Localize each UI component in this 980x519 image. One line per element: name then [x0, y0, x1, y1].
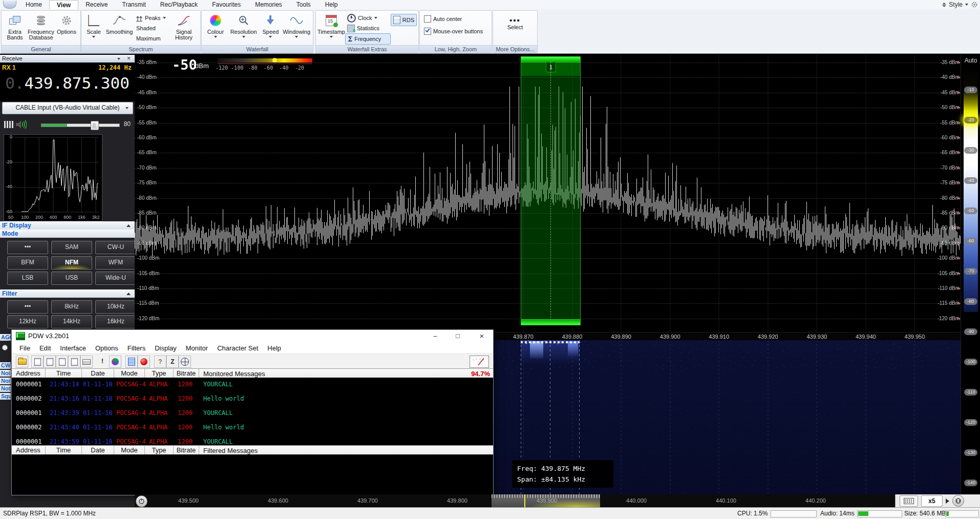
keyboard-entry-button[interactable]	[900, 495, 918, 507]
level-scale-tick[interactable]: -130	[964, 449, 977, 456]
filter-button[interactable]: 16kHz	[95, 315, 136, 328]
frequency-button[interactable]: Σ Frequency	[345, 33, 391, 45]
pdw-menu-item[interactable]: Interface	[55, 344, 91, 352]
copy-button-2[interactable]	[44, 356, 56, 368]
monitored-messages-header[interactable]: Monitored Messages	[199, 369, 471, 378]
zoom-step-arrow[interactable]	[946, 499, 949, 504]
monitor-button[interactable]	[125, 356, 138, 368]
filter-button[interactable]: 8kHz	[51, 300, 92, 314]
ribbon-tab[interactable]: Tools	[289, 0, 318, 9]
clock-button[interactable]: Clock	[345, 13, 391, 23]
pdw-menu-item[interactable]: Display	[150, 344, 181, 352]
audio-device-select[interactable]: CABLE Input (VB-Audio Virtual Cable)	[2, 102, 133, 114]
record-button[interactable]	[138, 356, 150, 368]
zoom-factor-button[interactable]: x5	[921, 495, 943, 507]
filter-z-button[interactable]: Z	[166, 356, 179, 368]
close-button[interactable]: ×	[474, 331, 489, 341]
level-scale-tick[interactable]: -40	[964, 177, 977, 184]
mode-button[interactable]: CW-U	[95, 241, 136, 254]
level-scale-tick[interactable]: -120	[964, 419, 977, 426]
level-scale-tick[interactable]: -70	[964, 268, 977, 275]
mode-button[interactable]: NFM	[51, 256, 92, 269]
waterfall-display[interactable]: Freq: 439.875 MHz Span: ±84.135 kHz	[493, 340, 961, 494]
filter-button[interactable]: 10kHz	[95, 300, 136, 314]
level-scale-tick[interactable]: -110	[964, 389, 977, 396]
panel-close-icon[interactable]: ×	[127, 55, 131, 63]
copy-button-3[interactable]	[56, 356, 68, 368]
maximize-button[interactable]: □	[450, 331, 465, 341]
message-row[interactable]: 0000002 21:43:16 01-11-18 POCSAG-4 ALPHA…	[12, 395, 493, 402]
colour-button[interactable]: Colour	[203, 12, 228, 45]
side-section-header[interactable]: Squ	[0, 393, 11, 400]
pdw-menu-item[interactable]: Monitor	[181, 344, 212, 352]
monitored-messages-list[interactable]: 0000001 21:43:14 01-11-18 POCSAG-4 ALPHA…	[12, 378, 493, 445]
ribbon-tab[interactable]: Memories	[248, 0, 289, 9]
message-row[interactable]: 0000001 21:43:39 01-11-18 POCSAG-4 ALPHA…	[12, 409, 493, 417]
ribbon-tab[interactable]: Home	[18, 0, 49, 9]
speed-button[interactable]: Speed	[259, 12, 282, 45]
level-scale-tick[interactable]: -80	[964, 298, 977, 305]
level-scale-tick[interactable]: -10	[964, 87, 977, 93]
style-caret-icon[interactable]	[965, 4, 968, 6]
pdw-menu-item[interactable]: Help	[263, 344, 286, 352]
column-header[interactable]: Time	[46, 446, 82, 455]
side-section-header[interactable]: Noi	[0, 370, 11, 377]
ribbon-tab[interactable]: View	[49, 0, 78, 9]
mode-button[interactable]: •••	[7, 241, 48, 254]
collapse-ribbon-icon[interactable]	[942, 3, 946, 7]
column-header[interactable]: Bitrate	[174, 446, 199, 455]
column-header[interactable]: Time	[46, 369, 82, 378]
level-gradient-bar[interactable]	[964, 67, 978, 312]
pdw-window[interactable]: PDW v3.2b01 – □ × FileEditInterfaceOptio…	[11, 329, 494, 495]
mode-button[interactable]: LSB	[7, 272, 48, 285]
band-power-button[interactable]	[136, 495, 147, 507]
band-overview-bar[interactable]: 439.500439.600439.700439.800439.900440.0…	[135, 494, 961, 507]
filter-button[interactable]: 12kHz	[7, 315, 48, 328]
resolution-button[interactable]: Resolution	[228, 12, 260, 45]
level-scale-tick[interactable]: -100	[964, 359, 977, 365]
mode-button[interactable]: Wide-U	[95, 272, 136, 285]
tuned-frequency[interactable]: 0.439.875.300	[0, 74, 135, 92]
shaded-button[interactable]: Shaded	[134, 23, 171, 33]
power-colour-legend[interactable]	[218, 58, 312, 63]
message-row[interactable]: 0000001 21:43:59 01-11-18 POCSAG-4 ALPHA…	[12, 438, 493, 445]
globe-button[interactable]	[179, 356, 191, 368]
volume-slider-handle[interactable]	[91, 121, 99, 130]
statistics-button[interactable]: 9 Statistics	[345, 23, 391, 33]
if-display-header[interactable]: IF Display	[0, 221, 135, 230]
column-header[interactable]: Address	[12, 369, 46, 378]
volume-slider[interactable]	[41, 123, 120, 127]
level-scale-tick[interactable]: -60	[964, 238, 977, 244]
peaks-button[interactable]: Peaks	[134, 13, 171, 23]
pdw-menu-item[interactable]: Options	[91, 344, 123, 352]
auto-center-checkbox-row[interactable]: Auto center	[424, 14, 487, 24]
gear-icon[interactable]	[971, 1, 978, 8]
column-header[interactable]: Address	[12, 446, 46, 455]
scale-button[interactable]: Scale	[83, 12, 104, 45]
message-row[interactable]: 0000001 21:43:14 01-11-18 POCSAG-4 ALPHA…	[12, 381, 493, 388]
pdw-titlebar[interactable]: PDW v3.2b01 – □ ×	[12, 330, 493, 343]
equalizer-icon[interactable]	[4, 121, 14, 128]
mode-button[interactable]: USB	[51, 272, 92, 285]
level-scale-tick[interactable]: -140	[964, 480, 977, 486]
monitored-header-row[interactable]: AddressTimeDateModeTypeBitrate Monitored…	[12, 368, 493, 379]
select-button[interactable]: ••• Select	[500, 12, 530, 45]
column-header[interactable]: Bitrate	[174, 369, 199, 378]
rx-marker-1[interactable]: 1	[546, 62, 556, 72]
windowing-button[interactable]: Windowing	[282, 12, 311, 45]
speaker-icon[interactable]	[15, 119, 27, 130]
side-section-header[interactable]: Noi	[0, 378, 11, 384]
pdw-menu-item[interactable]: Filters	[123, 344, 150, 352]
ribbon-tab[interactable]: Favourites	[205, 0, 248, 9]
extra-bands-button[interactable]: Extra Bands	[3, 12, 27, 45]
agc-section-header[interactable]: AGC	[0, 334, 11, 341]
alert-button[interactable]: !	[97, 356, 108, 367]
print-button[interactable]	[80, 356, 93, 368]
open-folder-button[interactable]	[16, 356, 28, 368]
column-header[interactable]: Type	[145, 369, 174, 378]
minimize-button[interactable]: –	[428, 331, 443, 341]
column-header[interactable]: Type	[145, 446, 174, 455]
spectrum-display[interactable]: -35 dBm-40 dBm-45 dBm-50 dBm-55 dBm-60 d…	[135, 55, 961, 332]
help-button[interactable]: ?	[154, 356, 166, 368]
side-section-header[interactable]: Not	[0, 385, 11, 392]
